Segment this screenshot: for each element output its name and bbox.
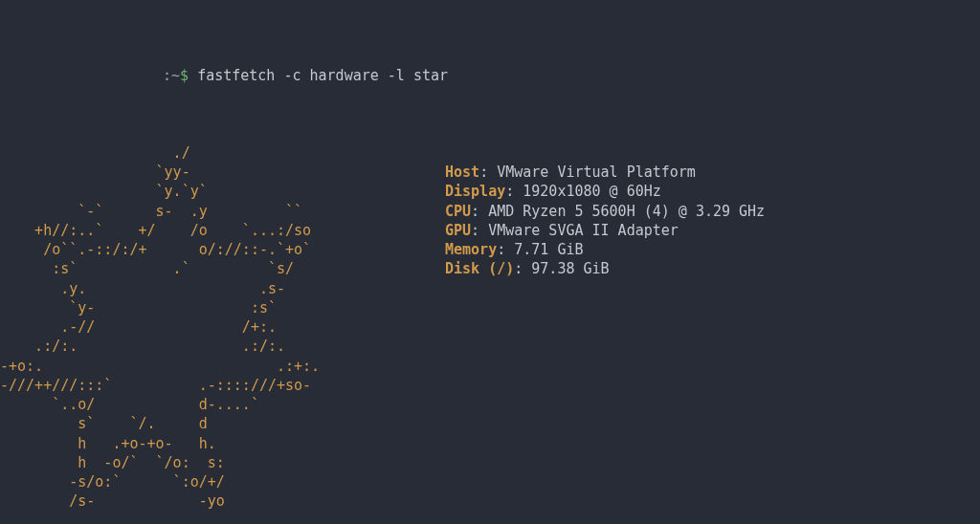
output-row: -///++///:::` .-::::///+so- — [0, 376, 980, 395]
info-label: CPU — [445, 203, 471, 220]
info-value: 7.71 GiB — [514, 241, 583, 258]
ascii-logo-line: +h//:..` +/ /o `...:/so — [0, 221, 445, 240]
output-row: ./ — [0, 143, 980, 163]
info-value: 1920x1080 @ 60Hz — [523, 183, 661, 200]
ascii-logo-line: /o``.-::/:/+ o/://::-.`+o` — [0, 240, 445, 259]
output-row: `yy-Host: VMware Virtual Platform — [0, 163, 980, 182]
prompt-dollar: $ — [180, 67, 189, 84]
info-value: AMD Ryzen 5 5600H (4) @ 3.29 GHz — [488, 203, 765, 220]
ascii-logo-line: .-// /+:. — [0, 317, 445, 337]
output-row: `..o/ d-....` — [0, 395, 980, 414]
info-line: Memory: 7.71 GiB — [445, 240, 584, 259]
info-value: VMware SVGA II Adapter — [488, 222, 679, 239]
output-row: h .+o-+o- h. — [0, 434, 980, 453]
ascii-logo-line: /s- -yo — [0, 491, 445, 511]
ascii-logo-line: -+o:. .:+:. — [0, 357, 445, 376]
ascii-logo-line: -///++///:::` .-::::///+so- — [0, 376, 445, 395]
output-row: +h//:..` +/ /o `...:/soGPU: VMware SVGA … — [0, 221, 980, 240]
output-row: .y. .s- — [0, 279, 980, 298]
output-row: `-` s- .y ``CPU: AMD Ryzen 5 5600H (4) @… — [0, 202, 980, 221]
output-row: /s- -yo — [0, 491, 980, 511]
info-label: Host — [445, 164, 479, 181]
ascii-logo-line: .:/:. .:/:. — [0, 337, 445, 356]
fastfetch-output: ./ `yy-Host: VMware Virtual Platform `y.… — [0, 143, 980, 512]
ascii-logo-line: h -o/` `/o: s: — [0, 453, 445, 472]
ascii-logo-line: s` `/. d — [0, 414, 445, 433]
ascii-logo-line: ./ — [0, 143, 445, 163]
info-value: 97.38 GiB — [531, 260, 609, 277]
info-value: VMware Virtual Platform — [497, 164, 696, 181]
prompt-path: :~ — [163, 67, 180, 84]
info-label: GPU — [445, 222, 471, 239]
info-separator: : — [497, 241, 514, 258]
info-label: Display — [445, 183, 505, 200]
info-line: Disk (/): 97.38 GiB — [445, 259, 610, 278]
info-line: GPU: VMware SVGA II Adapter — [445, 221, 679, 240]
info-label: Disk — [445, 260, 479, 277]
ascii-logo-line: `y- :s` — [0, 298, 445, 317]
info-label: Memory — [445, 241, 497, 258]
info-line: Host: VMware Virtual Platform — [445, 163, 696, 182]
ascii-logo-line: `yy- — [0, 163, 445, 182]
output-row: :s` .` `s/Disk (/): 97.38 GiB — [0, 259, 980, 278]
command-text: fastfetch -c hardware -l star — [197, 67, 448, 84]
info-paren: (/) — [479, 260, 514, 277]
ascii-logo-line: .y. .s- — [0, 279, 445, 298]
output-row: /o``.-::/:/+ o/://::-.`+o`Memory: 7.71 G… — [0, 240, 980, 259]
info-separator: : — [505, 183, 523, 200]
output-row: s` `/. d — [0, 414, 980, 433]
info-separator: : — [471, 222, 488, 239]
prompt-line-1: :~$ fastfetch -c hardware -l star — [0, 66, 980, 85]
output-row: `y.`y`Display: 1920x1080 @ 60Hz — [0, 182, 980, 201]
output-row: h -o/` `/o: s: — [0, 453, 980, 472]
output-row: .-// /+:. — [0, 317, 980, 337]
output-row: `y- :s` — [0, 298, 980, 317]
ascii-logo-line: -s/o:` `:o/+/ — [0, 472, 445, 491]
info-separator: : — [514, 260, 531, 277]
output-row: -s/o:` `:o/+/ — [0, 472, 980, 491]
output-row: -+o:. .:+:. — [0, 357, 980, 376]
ascii-logo-line: `y.`y` — [0, 182, 445, 201]
info-separator: : — [471, 203, 488, 220]
ascii-logo-line: :s` .` `s/ — [0, 259, 445, 278]
ascii-logo-line: `..o/ d-....` — [0, 395, 445, 414]
output-row: .:/:. .:/:. — [0, 337, 980, 356]
ascii-logo-line: h .+o-+o- h. — [0, 434, 445, 453]
terminal[interactable]: :~$ fastfetch -c hardware -l star ./ `yy… — [0, 8, 980, 524]
info-line: Display: 1920x1080 @ 60Hz — [445, 182, 661, 201]
ascii-logo-line: `-` s- .y `` — [0, 202, 445, 221]
info-separator: : — [479, 164, 497, 181]
info-line: CPU: AMD Ryzen 5 5600H (4) @ 3.29 GHz — [445, 202, 765, 221]
